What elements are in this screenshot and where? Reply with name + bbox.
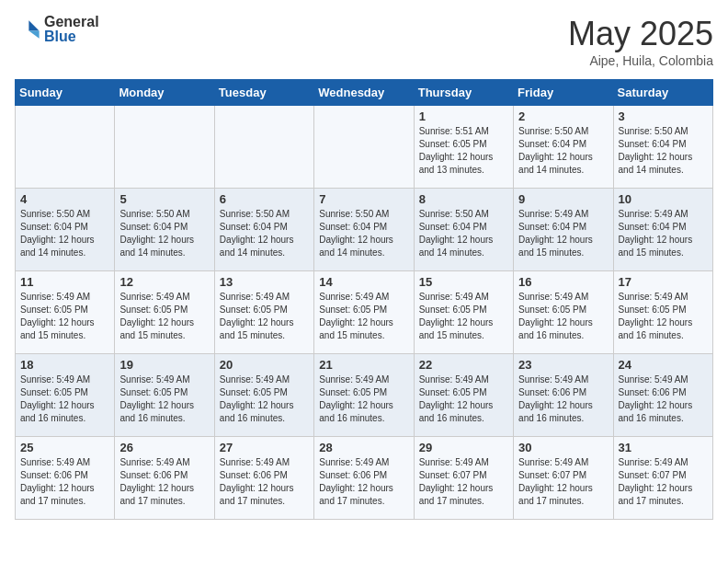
day-number: 28 [319, 441, 408, 454]
day-info: Sunrise: 5:50 AM Sunset: 6:04 PM Dayligh… [20, 208, 109, 259]
day-number: 11 [20, 275, 109, 289]
day-info: Sunrise: 5:49 AM Sunset: 6:06 PM Dayligh… [20, 456, 109, 508]
calendar-cell: 23Sunrise: 5:49 AM Sunset: 6:06 PM Dayli… [514, 354, 613, 437]
calendar-cell: 28Sunrise: 5:49 AM Sunset: 6:06 PM Dayli… [314, 437, 414, 520]
weekday-header-tuesday: Tuesday [214, 80, 313, 106]
calendar-cell: 2Sunrise: 5:50 AM Sunset: 6:04 PM Daylig… [514, 106, 613, 189]
calendar-cell: 5Sunrise: 5:50 AM Sunset: 6:04 PM Daylig… [115, 189, 214, 271]
logo-general: General [44, 15, 99, 29]
day-number: 15 [419, 275, 508, 289]
calendar-cell: 15Sunrise: 5:49 AM Sunset: 6:05 PM Dayli… [414, 271, 513, 354]
calendar-week-row: 1Sunrise: 5:51 AM Sunset: 6:05 PM Daylig… [16, 106, 713, 189]
day-number: 22 [419, 358, 508, 372]
page-header: General Blue May 2025 Aipe, Huila, Colom… [15, 15, 713, 68]
day-number: 5 [119, 192, 209, 206]
day-info: Sunrise: 5:50 AM Sunset: 6:04 PM Dayligh… [220, 208, 309, 259]
day-number: 16 [518, 275, 608, 289]
weekday-header-friday: Friday [514, 80, 613, 106]
calendar-cell: 20Sunrise: 5:49 AM Sunset: 6:05 PM Dayli… [214, 354, 313, 437]
day-info: Sunrise: 5:49 AM Sunset: 6:05 PM Dayligh… [20, 291, 109, 342]
calendar-cell: 10Sunrise: 5:49 AM Sunset: 6:04 PM Dayli… [613, 189, 712, 271]
calendar-cell: 22Sunrise: 5:49 AM Sunset: 6:05 PM Dayli… [414, 354, 513, 437]
day-info: Sunrise: 5:49 AM Sunset: 6:06 PM Dayligh… [619, 373, 708, 425]
calendar-cell: 13Sunrise: 5:49 AM Sunset: 6:05 PM Dayli… [214, 271, 313, 354]
title-block: May 2025 Aipe, Huila, Colombia [568, 15, 713, 68]
weekday-header-thursday: Thursday [414, 80, 513, 106]
day-number: 10 [619, 192, 708, 206]
day-info: Sunrise: 5:50 AM Sunset: 6:04 PM Dayligh… [419, 208, 508, 259]
day-number: 20 [220, 358, 309, 372]
day-info: Sunrise: 5:49 AM Sunset: 6:05 PM Dayligh… [619, 291, 708, 342]
calendar-week-row: 18Sunrise: 5:49 AM Sunset: 6:05 PM Dayli… [16, 354, 713, 437]
weekday-header-row: SundayMondayTuesdayWednesdayThursdayFrid… [16, 80, 713, 106]
day-info: Sunrise: 5:49 AM Sunset: 6:06 PM Dayligh… [220, 456, 309, 508]
day-info: Sunrise: 5:49 AM Sunset: 6:07 PM Dayligh… [419, 456, 508, 508]
day-info: Sunrise: 5:50 AM Sunset: 6:04 PM Dayligh… [518, 125, 608, 177]
logo: General Blue [15, 15, 99, 44]
day-number: 2 [518, 109, 608, 123]
day-number: 31 [619, 441, 708, 454]
day-info: Sunrise: 5:50 AM Sunset: 6:04 PM Dayligh… [119, 208, 209, 259]
calendar-cell: 26Sunrise: 5:49 AM Sunset: 6:06 PM Dayli… [115, 437, 214, 520]
day-number: 30 [518, 441, 608, 454]
weekday-header-monday: Monday [115, 80, 214, 106]
calendar-table: SundayMondayTuesdayWednesdayThursdayFrid… [15, 79, 713, 520]
day-info: Sunrise: 5:49 AM Sunset: 6:05 PM Dayligh… [319, 291, 408, 342]
calendar-cell [314, 106, 414, 189]
calendar-cell: 19Sunrise: 5:49 AM Sunset: 6:05 PM Dayli… [115, 354, 214, 437]
logo-blue: Blue [44, 29, 99, 44]
calendar-cell: 16Sunrise: 5:49 AM Sunset: 6:05 PM Dayli… [514, 271, 613, 354]
weekday-header-saturday: Saturday [613, 80, 712, 106]
day-info: Sunrise: 5:49 AM Sunset: 6:05 PM Dayligh… [220, 291, 309, 342]
svg-marker-1 [28, 30, 39, 38]
calendar-week-row: 25Sunrise: 5:49 AM Sunset: 6:06 PM Dayli… [16, 437, 713, 520]
calendar-cell: 11Sunrise: 5:49 AM Sunset: 6:05 PM Dayli… [16, 271, 115, 354]
day-number: 17 [619, 275, 708, 289]
day-info: Sunrise: 5:49 AM Sunset: 6:05 PM Dayligh… [518, 291, 608, 342]
day-info: Sunrise: 5:49 AM Sunset: 6:05 PM Dayligh… [220, 373, 309, 425]
day-number: 18 [20, 358, 109, 372]
calendar-title: May 2025 [568, 15, 713, 53]
calendar-cell: 14Sunrise: 5:49 AM Sunset: 6:05 PM Dayli… [314, 271, 414, 354]
day-info: Sunrise: 5:49 AM Sunset: 6:06 PM Dayligh… [319, 456, 408, 508]
calendar-cell: 1Sunrise: 5:51 AM Sunset: 6:05 PM Daylig… [414, 106, 513, 189]
day-number: 19 [119, 358, 209, 372]
day-info: Sunrise: 5:49 AM Sunset: 6:05 PM Dayligh… [419, 291, 508, 342]
day-number: 1 [419, 109, 508, 123]
day-info: Sunrise: 5:49 AM Sunset: 6:04 PM Dayligh… [518, 208, 608, 259]
day-info: Sunrise: 5:49 AM Sunset: 6:05 PM Dayligh… [20, 373, 109, 425]
weekday-header-sunday: Sunday [16, 80, 115, 106]
day-number: 24 [619, 358, 708, 372]
day-info: Sunrise: 5:51 AM Sunset: 6:05 PM Dayligh… [419, 125, 508, 177]
calendar-cell: 31Sunrise: 5:49 AM Sunset: 6:07 PM Dayli… [613, 437, 712, 520]
day-number: 21 [319, 358, 408, 372]
calendar-cell: 8Sunrise: 5:50 AM Sunset: 6:04 PM Daylig… [414, 189, 513, 271]
day-number: 23 [518, 358, 608, 372]
day-info: Sunrise: 5:49 AM Sunset: 6:07 PM Dayligh… [619, 456, 708, 508]
calendar-cell: 24Sunrise: 5:49 AM Sunset: 6:06 PM Dayli… [613, 354, 712, 437]
svg-marker-0 [28, 20, 39, 30]
day-number: 8 [419, 192, 508, 206]
calendar-cell [16, 106, 115, 189]
day-number: 13 [220, 275, 309, 289]
day-number: 26 [119, 441, 209, 454]
day-info: Sunrise: 5:49 AM Sunset: 6:05 PM Dayligh… [119, 291, 209, 342]
day-number: 12 [119, 275, 209, 289]
calendar-cell [214, 106, 313, 189]
day-info: Sunrise: 5:49 AM Sunset: 6:05 PM Dayligh… [419, 373, 508, 425]
day-number: 29 [419, 441, 508, 454]
day-number: 7 [319, 192, 408, 206]
day-number: 4 [20, 192, 109, 206]
calendar-cell: 4Sunrise: 5:50 AM Sunset: 6:04 PM Daylig… [16, 189, 115, 271]
calendar-cell: 6Sunrise: 5:50 AM Sunset: 6:04 PM Daylig… [214, 189, 313, 271]
logo-icon [15, 17, 40, 42]
day-info: Sunrise: 5:49 AM Sunset: 6:05 PM Dayligh… [319, 373, 408, 425]
calendar-cell [115, 106, 214, 189]
calendar-week-row: 4Sunrise: 5:50 AM Sunset: 6:04 PM Daylig… [16, 189, 713, 271]
logo-text: General Blue [44, 15, 99, 44]
calendar-subtitle: Aipe, Huila, Colombia [568, 53, 713, 68]
calendar-cell: 25Sunrise: 5:49 AM Sunset: 6:06 PM Dayli… [16, 437, 115, 520]
day-info: Sunrise: 5:49 AM Sunset: 6:05 PM Dayligh… [119, 373, 209, 425]
day-number: 6 [220, 192, 309, 206]
calendar-cell: 12Sunrise: 5:49 AM Sunset: 6:05 PM Dayli… [115, 271, 214, 354]
